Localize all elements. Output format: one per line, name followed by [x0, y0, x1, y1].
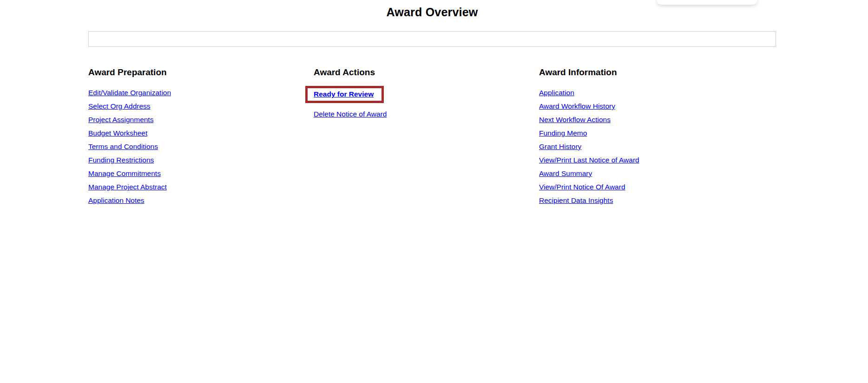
list-item: Funding Memo — [539, 126, 757, 140]
list-item: View/Print Last Notice of Award — [539, 153, 757, 167]
section-heading-award-information: Award Information — [539, 67, 757, 78]
list-item: Select Org Address — [88, 99, 307, 113]
link-application[interactable]: Application — [539, 89, 574, 97]
page-title: Award Overview — [88, 0, 776, 19]
list-item: Award Summary — [539, 167, 757, 180]
link-recipient-data-insights[interactable]: Recipient Data Insights — [539, 196, 613, 204]
award-overview-panel — [88, 31, 776, 47]
list-item: Ready for Review — [314, 86, 532, 103]
link-view-print-last-notice-of-award[interactable]: View/Print Last Notice of Award — [539, 156, 639, 164]
link-award-summary[interactable]: Award Summary — [539, 169, 592, 177]
list-item: Manage Commitments — [88, 167, 307, 180]
link-select-org-address[interactable]: Select Org Address — [88, 102, 151, 110]
list-item: Delete Notice of Award — [314, 107, 532, 121]
list-item: Funding Restrictions — [88, 153, 307, 167]
list-item: Award Workflow History — [539, 99, 757, 113]
link-award-workflow-history[interactable]: Award Workflow History — [539, 102, 615, 110]
list-item: Terms and Conditions — [88, 140, 307, 153]
list-item: Budget Worksheet — [88, 126, 307, 140]
section-award-preparation: Award PreparationEdit/Validate Organizat… — [88, 67, 307, 207]
list-item: Edit/Validate Organization — [88, 86, 307, 99]
link-manage-project-abstract[interactable]: Manage Project Abstract — [88, 183, 167, 191]
link-funding-restrictions[interactable]: Funding Restrictions — [88, 156, 154, 164]
link-manage-commitments[interactable]: Manage Commitments — [88, 169, 161, 177]
section-links-award-actions: Ready for ReviewDelete Notice of Award — [314, 86, 532, 121]
section-award-actions: Award ActionsReady for ReviewDelete Noti… — [314, 67, 532, 121]
ready-for-review-highlight-box: Ready for Review — [305, 86, 384, 103]
list-item: Next Workflow Actions — [539, 113, 757, 126]
list-item: Application Notes — [88, 194, 307, 207]
award-sections: Award PreparationEdit/Validate Organizat… — [88, 67, 776, 211]
list-item: Project Assignments — [88, 113, 307, 126]
link-delete-notice-of-award[interactable]: Delete Notice of Award — [314, 110, 387, 118]
section-award-information: Award InformationApplicationAward Workfl… — [539, 67, 757, 207]
link-next-workflow-actions[interactable]: Next Workflow Actions — [539, 116, 611, 123]
list-item: Application — [539, 86, 757, 99]
list-item: Grant History — [539, 140, 757, 153]
link-terms-and-conditions[interactable]: Terms and Conditions — [88, 143, 158, 150]
section-links-award-preparation: Edit/Validate OrganizationSelect Org Add… — [88, 86, 307, 207]
link-project-assignments[interactable]: Project Assignments — [88, 116, 153, 123]
link-budget-worksheet[interactable]: Budget Worksheet — [88, 129, 147, 137]
link-ready-for-review[interactable]: Ready for Review — [314, 90, 374, 98]
link-edit-validate-organization[interactable]: Edit/Validate Organization — [88, 89, 171, 97]
list-item: Recipient Data Insights — [539, 194, 757, 207]
link-grant-history[interactable]: Grant History — [539, 143, 581, 150]
list-item: Manage Project Abstract — [88, 180, 307, 194]
link-view-print-notice-of-award[interactable]: View/Print Notice Of Award — [539, 183, 625, 191]
section-heading-award-actions: Award Actions — [314, 67, 532, 78]
link-funding-memo[interactable]: Funding Memo — [539, 129, 587, 137]
section-links-award-information: ApplicationAward Workflow HistoryNext Wo… — [539, 86, 757, 207]
list-item: View/Print Notice Of Award — [539, 180, 757, 194]
section-heading-award-preparation: Award Preparation — [88, 67, 307, 78]
page-content: Award Overview Award PreparationEdit/Val… — [88, 0, 776, 211]
link-application-notes[interactable]: Application Notes — [88, 196, 145, 204]
